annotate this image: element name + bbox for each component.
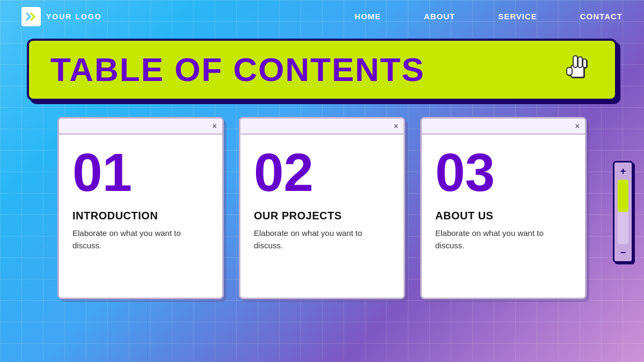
card-1-number: 01: [72, 145, 209, 199]
nav-item-service[interactable]: SERVICE: [498, 12, 537, 21]
card-2-description: Elaborate on what you want to discuss.: [254, 227, 390, 252]
card-1-titlebar: ×: [59, 119, 222, 135]
main-content: TABLE OF CONTENTS × 0: [0, 33, 644, 310]
card-2: × 02 OUR PROJECTS Elaborate on what you …: [239, 117, 405, 299]
svg-rect-3: [578, 57, 582, 68]
navbar: YOUR LOGO HOME ABOUT SERVICE CONTACT: [0, 0, 644, 33]
card-3-description: Elaborate on what you want to discuss.: [435, 227, 572, 252]
card-3-number: 03: [435, 145, 572, 199]
page-title: TABLE OF CONTENTS: [50, 53, 425, 86]
svg-rect-2: [573, 56, 577, 68]
card-1-description: Elaborate on what you want to discuss.: [72, 227, 209, 252]
cards-row: × 01 INTRODUCTION Elaborate on what you …: [27, 117, 617, 299]
cursor-icon: [561, 50, 594, 89]
nav-item-about[interactable]: ABOUT: [424, 12, 455, 21]
card-2-close-button[interactable]: ×: [394, 122, 398, 130]
card-1-close-button[interactable]: ×: [213, 122, 217, 130]
card-3: × 03 ABOUT US Elaborate on what you want…: [420, 117, 587, 299]
card-1: × 01 INTRODUCTION Elaborate on what you …: [57, 117, 224, 299]
card-2-body: 02 OUR PROJECTS Elaborate on what you wa…: [240, 135, 404, 265]
card-2-titlebar: ×: [240, 119, 404, 135]
card-1-title: INTRODUCTION: [72, 210, 209, 222]
card-2-number: 02: [254, 145, 390, 199]
card-3-titlebar: ×: [422, 119, 585, 135]
title-banner: TABLE OF CONTENTS: [27, 39, 617, 101]
card-1-body: 01 INTRODUCTION Elaborate on what you wa…: [59, 135, 222, 265]
svg-rect-1: [567, 68, 572, 75]
card-2-title: OUR PROJECTS: [254, 210, 390, 222]
card-3-title: ABOUT US: [435, 210, 572, 222]
svg-rect-4: [583, 59, 587, 68]
card-3-body: 03 ABOUT US Elaborate on what you want t…: [422, 135, 585, 265]
nav-item-contact[interactable]: CONTACT: [580, 12, 623, 21]
logo-area: YOUR LOGO: [21, 7, 102, 26]
nav-links: HOME ABOUT SERVICE CONTACT: [355, 12, 623, 21]
card-3-close-button[interactable]: ×: [575, 122, 580, 130]
logo-icon: [21, 7, 41, 26]
logo-text: YOUR LOGO: [46, 12, 102, 21]
nav-item-home[interactable]: HOME: [355, 12, 381, 21]
